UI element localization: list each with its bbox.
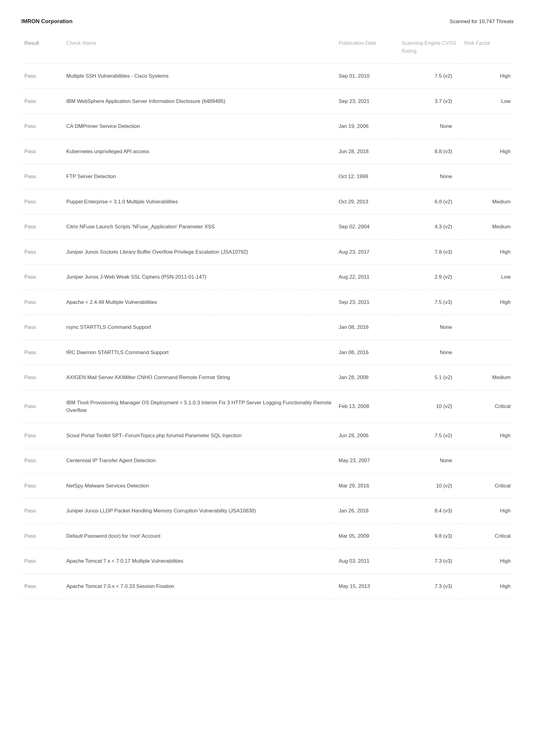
- cell-check-name: IBM Tivoli Provisioning Manager OS Deplo…: [63, 390, 336, 423]
- cell-pub-date: Jan 26, 2018: [335, 499, 398, 524]
- cell-risk: High: [461, 239, 514, 265]
- cell-risk: Medium: [461, 214, 514, 240]
- cell-risk: Critical: [461, 524, 514, 549]
- table-row: PassApache < 2.4.49 Multiple Vulnerabili…: [21, 289, 514, 315]
- cell-check-name: CA DMPrimer Service Detection: [63, 114, 336, 139]
- cell-cvss: None: [399, 315, 461, 340]
- report-header: IMRON Corporation Scanned for 10,747 Thr…: [21, 18, 514, 25]
- cell-check-name: Citrix NFuse Launch Scripts 'NFuse_Appli…: [63, 214, 336, 240]
- cell-risk: High: [461, 499, 514, 524]
- cell-check-name: Apache Tomcat 7.0.x < 7.0.33 Session Fix…: [63, 574, 336, 599]
- cell-check-name: Scout Portal Toolkit SPT--ForumTopics.ph…: [63, 423, 336, 448]
- cell-pub-date: Aug 03, 2011: [335, 549, 398, 574]
- cell-check-name: Multiple SSH Vulnerabilities - Cisco Sys…: [63, 64, 336, 89]
- cell-pub-date: Mar 05, 2009: [335, 524, 398, 549]
- cell-result: Pass: [21, 189, 63, 214]
- cell-pub-date: Sep 23, 2021: [335, 89, 398, 114]
- cell-result: Pass: [21, 499, 63, 524]
- cell-risk: High: [461, 423, 514, 448]
- cell-cvss: 8.8 (v3): [399, 139, 461, 164]
- cell-check-name: Juniper Junos J-Web Weak SSL Ciphers (PS…: [63, 265, 336, 290]
- cell-risk: High: [461, 64, 514, 89]
- cell-check-name: Centennial IP Transfer Agent Detection: [63, 448, 336, 473]
- table-row: PassApache Tomcat 7.0.x < 7.0.33 Session…: [21, 574, 514, 599]
- table-row: PassApache Tomcat 7.x < 7.0.17 Multiple …: [21, 549, 514, 574]
- table-row: Passrsync STARTTLS Command SupportJan 08…: [21, 315, 514, 340]
- cell-cvss: 7.3 (v3): [399, 574, 461, 599]
- cell-risk: Low: [461, 89, 514, 114]
- cell-risk: [461, 448, 514, 473]
- table-row: PassJuniper Junos LLDP Packet Handling M…: [21, 499, 514, 524]
- table-row: PassCitrix NFuse Launch Scripts 'NFuse_A…: [21, 214, 514, 240]
- cell-risk: [461, 340, 514, 365]
- cell-check-name: Kubernetes unprivileged API access: [63, 139, 336, 164]
- cell-cvss: 10 (v2): [399, 390, 461, 423]
- table-row: PassCentennial IP Transfer Agent Detecti…: [21, 448, 514, 473]
- cell-result: Pass: [21, 239, 63, 265]
- table-row: PassIRC Daemon STARTTLS Command SupportJ…: [21, 340, 514, 365]
- cell-risk: [461, 114, 514, 139]
- col-header-cvss: Scanning Engine CVSS Rating: [399, 34, 461, 64]
- cell-cvss: 4.3 (v2): [399, 214, 461, 240]
- cell-risk: [461, 315, 514, 340]
- cell-cvss: 9.8 (v3): [399, 524, 461, 549]
- cell-cvss: 3.7 (v3): [399, 89, 461, 114]
- cell-cvss: None: [399, 340, 461, 365]
- cell-result: Pass: [21, 265, 63, 290]
- cell-check-name: Juniper Junos Sockets Library Buffer Ove…: [63, 239, 336, 265]
- cell-pub-date: May 23, 2007: [335, 448, 398, 473]
- cell-result: Pass: [21, 365, 63, 390]
- cell-result: Pass: [21, 139, 63, 164]
- cell-cvss: 2.9 (v2): [399, 265, 461, 290]
- table-row: PassDefault Password (toor) for 'root' A…: [21, 524, 514, 549]
- cell-pub-date: Mar 29, 2016: [335, 473, 398, 499]
- table-row: PassJuniper Junos J-Web Weak SSL Ciphers…: [21, 265, 514, 290]
- table-row: PassKubernetes unprivileged API accessJu…: [21, 139, 514, 164]
- cell-result: Pass: [21, 549, 63, 574]
- cell-check-name: Default Password (toor) for 'root' Accou…: [63, 524, 336, 549]
- cell-cvss: 6.8 (v2): [399, 189, 461, 214]
- cell-pub-date: Sep 02, 2004: [335, 214, 398, 240]
- col-header-risk: Risk Factor: [461, 34, 514, 64]
- cell-result: Pass: [21, 164, 63, 189]
- cell-cvss: None: [399, 164, 461, 189]
- cell-pub-date: Jan 19, 2006: [335, 114, 398, 139]
- cell-risk: High: [461, 574, 514, 599]
- cell-pub-date: Aug 23, 2017: [335, 239, 398, 265]
- cell-risk: Critical: [461, 390, 514, 423]
- cell-check-name: IRC Daemon STARTTLS Command Support: [63, 340, 336, 365]
- cell-pub-date: Oct 12, 1999: [335, 164, 398, 189]
- cell-cvss: 8.4 (v3): [399, 499, 461, 524]
- cell-result: Pass: [21, 574, 63, 599]
- cell-check-name: Apache < 2.4.49 Multiple Vulnerabilities: [63, 289, 336, 315]
- cell-cvss: 10 (v2): [399, 473, 461, 499]
- cell-risk: [461, 164, 514, 189]
- cell-pub-date: Jan 28, 2008: [335, 365, 398, 390]
- cell-cvss: 7.3 (v3): [399, 549, 461, 574]
- cell-pub-date: Aug 22, 2011: [335, 265, 398, 290]
- cell-risk: High: [461, 549, 514, 574]
- cell-result: Pass: [21, 473, 63, 499]
- table-row: PassMultiple SSH Vulnerabilities - Cisco…: [21, 64, 514, 89]
- cell-risk: Medium: [461, 189, 514, 214]
- cell-result: Pass: [21, 390, 63, 423]
- table-row: PassIBM WebSphere Application Server Inf…: [21, 89, 514, 114]
- cell-result: Pass: [21, 114, 63, 139]
- table-row: PassPuppet Enterprise < 3.1.0 Multiple V…: [21, 189, 514, 214]
- cell-risk: Critical: [461, 473, 514, 499]
- scan-summary: Scanned for 10,747 Threats: [450, 18, 514, 25]
- cell-cvss: 7.8 (v3): [399, 239, 461, 265]
- cell-result: Pass: [21, 315, 63, 340]
- table-row: PassNetSpy Malware Services DetectionMar…: [21, 473, 514, 499]
- cell-result: Pass: [21, 340, 63, 365]
- cell-pub-date: Jan 08, 2016: [335, 340, 398, 365]
- cell-check-name: FTP Server Detection: [63, 164, 336, 189]
- cell-result: Pass: [21, 423, 63, 448]
- cell-pub-date: Oct 29, 2013: [335, 189, 398, 214]
- cell-check-name: AXIGEN Mail Server AXIMilter CNHO Comman…: [63, 365, 336, 390]
- cell-check-name: IBM WebSphere Application Server Informa…: [63, 89, 336, 114]
- table-row: PassFTP Server DetectionOct 12, 1999None: [21, 164, 514, 189]
- cell-cvss: 7.5 (v3): [399, 289, 461, 315]
- cell-check-name: Puppet Enterprise < 3.1.0 Multiple Vulne…: [63, 189, 336, 214]
- cell-risk: High: [461, 289, 514, 315]
